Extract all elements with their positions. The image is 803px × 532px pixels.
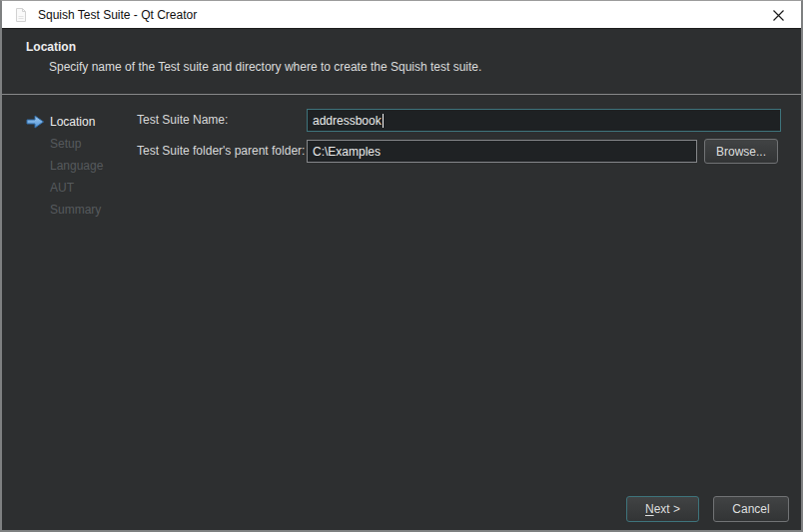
test-suite-name-input[interactable]: addressbook	[307, 109, 781, 132]
next-button[interactable]: Next >	[626, 496, 699, 522]
titlebar[interactable]: Squish Test Suite - Qt Creator	[2, 1, 801, 29]
step-aut: AUT	[2, 177, 134, 199]
step-summary: Summary	[2, 199, 134, 221]
step-language: Language	[2, 155, 134, 177]
text-caret	[383, 114, 384, 128]
parent-folder-value: C:\Examples	[313, 145, 381, 159]
close-button[interactable]	[758, 1, 798, 29]
step-label: Summary	[50, 203, 101, 217]
parent-folder-input[interactable]: C:\Examples	[307, 140, 697, 163]
app-document-icon	[13, 7, 29, 23]
page-title: Location	[26, 40, 76, 54]
next-button-mnemonic: N	[645, 502, 654, 516]
wizard-dialog: Squish Test Suite - Qt Creator Location …	[0, 0, 803, 532]
browse-button[interactable]: Browse...	[704, 139, 778, 164]
wizard-header: Location Specify name of the Test suite …	[2, 30, 801, 95]
step-label: Language	[50, 159, 103, 173]
page-subtitle: Specify name of the Test suite and direc…	[49, 60, 481, 74]
step-label: AUT	[50, 181, 74, 195]
step-setup: Setup	[2, 133, 134, 155]
test-suite-name-value: addressbook	[313, 114, 382, 128]
close-icon	[772, 9, 785, 22]
test-suite-name-label: Test Suite Name:	[137, 109, 228, 132]
step-location: Location	[2, 111, 134, 133]
step-label: Setup	[50, 137, 81, 151]
window-title: Squish Test Suite - Qt Creator	[38, 8, 197, 22]
wizard-steps: Location Setup Language AUT Summary	[2, 111, 134, 221]
next-button-label: ext >	[654, 502, 680, 516]
arrow-right-icon	[26, 115, 45, 129]
parent-folder-label: Test Suite folder's parent folder:	[137, 140, 305, 163]
step-label: Location	[50, 115, 95, 129]
cancel-button[interactable]: Cancel	[713, 496, 789, 522]
